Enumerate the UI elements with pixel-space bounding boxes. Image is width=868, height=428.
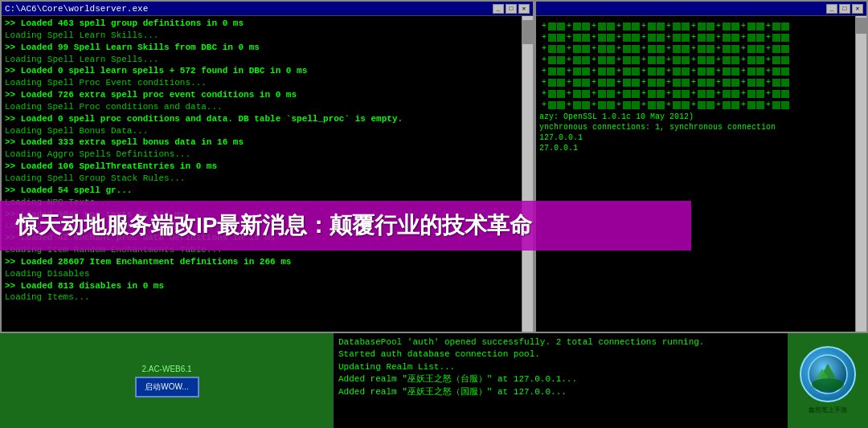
green-block	[548, 101, 556, 109]
green-block	[698, 67, 706, 75]
plus-symbol: +	[665, 66, 672, 76]
grid-row: ++++++++++	[541, 88, 862, 99]
green-block-grid: ++++++++++++++++++++++++++++++++++++++++…	[539, 19, 863, 112]
plus-symbol: +	[715, 88, 722, 99]
green-block	[582, 101, 590, 109]
wow-launch-button[interactable]: 启动WOW...	[135, 377, 199, 397]
plus-symbol: +	[616, 32, 622, 43]
plus-symbol: +	[765, 66, 772, 76]
close-button-right[interactable]: ✕	[852, 4, 863, 14]
green-block	[573, 45, 581, 53]
plus-symbol: +	[765, 88, 772, 99]
minimize-button[interactable]: _	[493, 4, 504, 14]
green-block	[682, 56, 690, 64]
plus-symbol: +	[591, 55, 597, 65]
green-block	[723, 67, 731, 75]
scrollbar[interactable]	[522, 16, 533, 332]
green-block	[698, 45, 706, 53]
green-block	[772, 67, 780, 75]
scrollbar-right[interactable]	[855, 16, 866, 332]
logo-text: 鑫然笔上手游	[807, 404, 849, 416]
green-block	[557, 90, 565, 98]
plus-symbol: +	[591, 43, 597, 54]
green-block	[698, 101, 706, 109]
bottom-right-logo: 鑫然笔上手游	[788, 333, 868, 428]
green-block	[698, 79, 706, 87]
terminal-right: _ □ ✕ ++++++++++++++++++++++++++++++++++…	[534, 0, 868, 333]
plus-symbol: +	[566, 32, 572, 43]
scrollbar-thumb[interactable]	[522, 20, 533, 44]
green-block	[723, 79, 731, 87]
plus-symbol: +	[641, 77, 647, 88]
plus-symbol: +	[715, 21, 722, 31]
plus-symbol: +	[616, 66, 622, 76]
green-block	[723, 90, 731, 98]
green-block	[657, 101, 665, 109]
green-block	[607, 67, 615, 75]
green-block	[657, 90, 665, 98]
green-block	[607, 101, 615, 109]
terminal-line: Loading Spell Learn Spells...	[5, 54, 530, 66]
plus-symbol: +	[591, 88, 597, 99]
plus-symbol: +	[740, 32, 747, 43]
green-block	[557, 34, 565, 42]
terminal-line: Loading Spell Group Stack Rules...	[5, 173, 530, 185]
grid-row: ++++++++++	[541, 100, 862, 110]
green-block	[632, 90, 640, 98]
green-block	[573, 67, 581, 75]
terminal-info-line: ynchronous connections: 1, synchronous c…	[539, 122, 863, 132]
green-block	[731, 56, 739, 64]
green-block	[756, 34, 764, 42]
plus-symbol: +	[715, 55, 722, 65]
maximize-button-right[interactable]: □	[839, 4, 850, 14]
green-block	[781, 45, 789, 53]
bottom-terminal-line: Updating Realm List...	[338, 361, 783, 373]
grid-row: ++++++++++	[541, 66, 862, 76]
green-block	[723, 101, 731, 109]
plus-symbol: +	[740, 100, 747, 110]
terminal-line: >> Loaded 0 spell learn spells + 572 fou…	[5, 65, 530, 77]
terminal-main-body: >> Loaded 463 spell group definitions in…	[2, 16, 533, 332]
plus-symbol: +	[765, 32, 772, 43]
plus-symbol: +	[665, 21, 672, 31]
green-block	[582, 79, 590, 87]
green-block	[673, 90, 681, 98]
plus-symbol: +	[641, 21, 647, 31]
minimize-button-right[interactable]: _	[826, 4, 837, 14]
plus-symbol: +	[690, 88, 697, 99]
plus-symbol: +	[616, 88, 622, 99]
green-block	[573, 101, 581, 109]
bottom-terminal-line: Started auth database connection pool.	[338, 349, 783, 361]
scrollbar-thumb-right[interactable]	[856, 18, 866, 34]
plus-symbol: +	[765, 77, 772, 88]
green-block	[747, 79, 755, 87]
green-block	[548, 45, 556, 53]
terminal-main-title: C:\AC6\Core\worldserver.exe	[5, 4, 148, 14]
close-button[interactable]: ✕	[518, 4, 530, 14]
bottom-terminal-line: Added realm "巫妖王之怒（国服）" at 127.0.0...	[338, 386, 783, 398]
maximize-button[interactable]: □	[506, 4, 517, 14]
svg-point-1	[812, 378, 844, 391]
plus-symbol: +	[541, 32, 547, 43]
green-block	[582, 56, 590, 64]
green-block	[623, 90, 631, 98]
green-block	[598, 56, 606, 64]
green-block	[607, 79, 615, 87]
plus-symbol: +	[740, 88, 747, 99]
plus-symbol: +	[616, 21, 622, 31]
green-block	[747, 45, 755, 53]
green-block	[607, 34, 615, 42]
plus-symbol: +	[715, 32, 722, 43]
green-block	[723, 56, 731, 64]
green-block	[648, 101, 656, 109]
green-block	[682, 45, 690, 53]
plus-symbol: +	[665, 100, 672, 110]
green-block	[781, 34, 789, 42]
green-block	[657, 34, 665, 42]
green-block	[557, 67, 565, 75]
green-block	[623, 67, 631, 75]
plus-symbol: +	[740, 66, 747, 76]
plus-symbol: +	[665, 43, 672, 54]
green-block	[573, 22, 581, 31]
green-block	[756, 90, 764, 98]
